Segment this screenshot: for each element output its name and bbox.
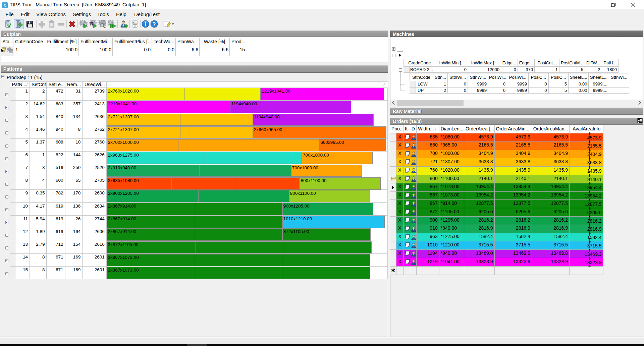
svg-text:?: ? <box>153 21 156 27</box>
